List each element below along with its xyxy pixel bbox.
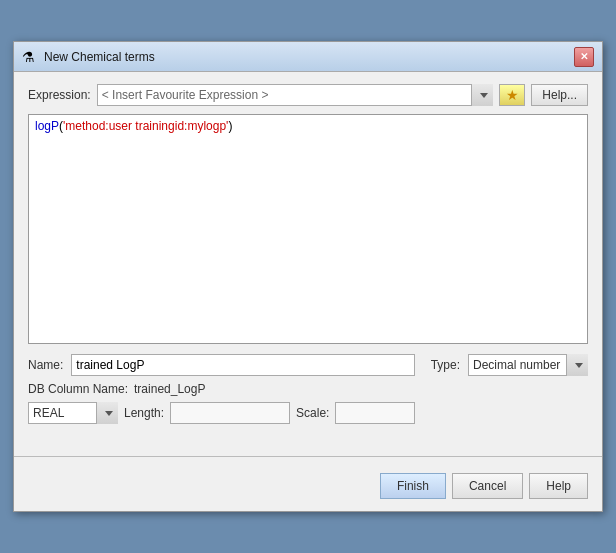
code-line-1: logP('method:user trainingid:mylogp') [35,119,581,134]
help-button[interactable]: Help [529,473,588,499]
code-close-paren: ) [228,119,232,133]
name-label: Name: [28,358,63,372]
real-row: REAL INTEGER TEXT BLOB Length: Scale: [28,402,588,424]
scale-label: Scale: [296,406,329,420]
real-select[interactable]: REAL INTEGER TEXT BLOB [28,402,118,424]
close-button[interactable]: ✕ [574,47,594,67]
expression-select[interactable]: < Insert Favourite Expression > [97,84,494,106]
type-label: Type: [431,358,460,372]
name-input[interactable] [71,354,414,376]
name-type-row: Name: Type: Decimal number Integer Strin… [28,354,588,376]
cancel-button[interactable]: Cancel [452,473,523,499]
add-favourite-button[interactable]: ★ [499,84,525,106]
db-column-label: DB Column Name: [28,382,128,396]
dialog: ⚗ New Chemical terms ✕ Expression: < Ins… [13,41,603,512]
scale-input[interactable] [335,402,415,424]
code-editor[interactable]: logP('method:user trainingid:mylogp') [28,114,588,344]
expression-label: Expression: [28,88,91,102]
length-label: Length: [124,406,164,420]
db-column-value: trained_LogP [134,382,205,396]
expression-select-wrapper: < Insert Favourite Expression > [97,84,494,106]
help-expression-button[interactable]: Help... [531,84,588,106]
length-input[interactable] [170,402,290,424]
button-row: Finish Cancel Help [14,465,602,511]
real-select-wrapper: REAL INTEGER TEXT BLOB [28,402,118,424]
title-bar: ⚗ New Chemical terms ✕ [14,42,602,72]
dialog-icon: ⚗ [22,49,38,65]
separator [14,456,602,457]
expression-row: Expression: < Insert Favourite Expressio… [28,84,588,106]
finish-button[interactable]: Finish [380,473,446,499]
title-bar-left: ⚗ New Chemical terms [22,49,155,65]
dialog-title: New Chemical terms [44,50,155,64]
code-function-name: logP [35,119,59,133]
dialog-body: Expression: < Insert Favourite Expressio… [14,72,602,448]
type-select-wrapper: Decimal number Integer String Boolean [468,354,588,376]
db-column-row: DB Column Name: trained_LogP [28,382,588,396]
code-string-arg: 'method:user trainingid:mylogp' [63,119,228,133]
type-select[interactable]: Decimal number Integer String Boolean [468,354,588,376]
